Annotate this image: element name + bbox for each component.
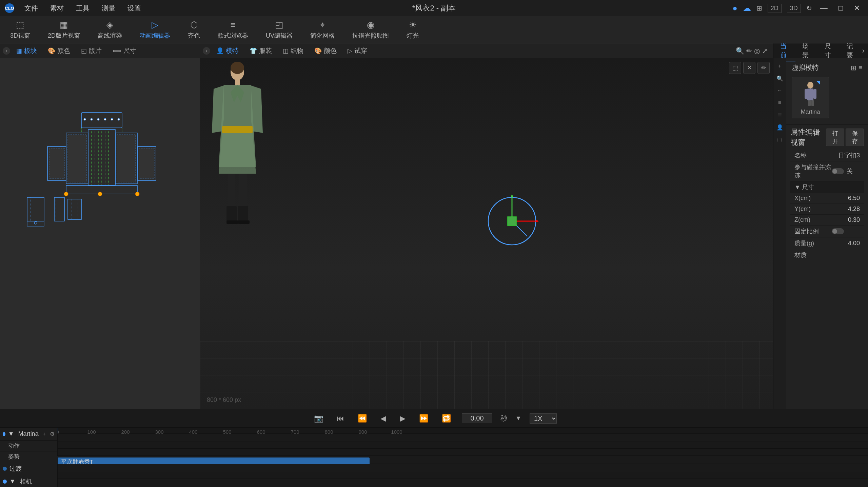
viewport-3d[interactable]: 800 * 600 px ⬚ ✕ ✏ [200,58,773,409]
toolbar-light[interactable]: ☀ 灯光 [403,18,422,41]
tab-color-left[interactable]: 🎨 颜色 [43,45,75,57]
toolbar-2d-panel[interactable]: ▦ 2D版片视窗 [44,18,83,41]
toolbar-simplify[interactable]: ⌖ 简化网格 [307,18,338,41]
prop-x-label: X(cm) [794,195,832,202]
maximize-btn[interactable]: □ [836,2,846,14]
viewport-edit-icon[interactable]: ✏ [746,47,752,55]
grid-view-icon[interactable]: ⊞ [756,4,762,12]
tab-try-on[interactable]: ▷ 试穿 [343,45,372,57]
sidebar-tool-arrow-left[interactable]: ← [775,85,785,96]
tab-size[interactable]: ⟺ 尺寸 [108,45,141,57]
svg-rect-15 [117,135,136,182]
toolbar-style-browser[interactable]: ≡ 款式浏览器 [214,18,252,41]
tl-loop-btn[interactable]: 🔁 [439,413,454,424]
prop-merge-toggle[interactable]: 关 [832,167,853,175]
tab-slice-label: 版片 [89,46,102,55]
ratio-switch[interactable] [832,228,844,234]
toolbar-animation[interactable]: ▷ 动画编辑器 [136,18,174,41]
sidebar-tab-notes[interactable]: 记要 [840,41,862,61]
model-card-martina[interactable]: Martina [792,77,829,118]
tl-speed-select[interactable]: 1X 0.5X 2X [530,413,557,424]
toolbar-lightmap[interactable]: ◉ 抗锯光照贴图 [349,18,392,41]
track-martina-expand[interactable]: ▼ [8,430,14,437]
tab-model[interactable]: 👤 模特 [212,45,243,57]
menu-tool[interactable]: 工具 [71,2,95,14]
viewport-target-icon[interactable]: ◎ [754,47,760,55]
tl-to-start-btn[interactable]: ⏮ [334,413,347,424]
transform-gizmo[interactable] [478,187,546,257]
sidebar-tool-box[interactable]: ⬚ [775,134,785,144]
playhead-cursor[interactable] [58,428,58,433]
sidebar-tool-lines2[interactable]: ≣ [775,110,785,120]
size-chevron: ▼ [794,184,801,191]
close-btn[interactable]: ✕ [851,2,863,14]
vm-list-view[interactable]: ≡ [859,64,863,72]
sidebar-tab-scene[interactable]: 场景 [795,41,817,61]
3d-mode-btn[interactable]: 3D [787,4,801,13]
viewport-expand-icon[interactable]: ⤢ [762,47,768,55]
svg-marker-54 [511,194,513,197]
model-name: Martina [801,109,820,115]
prop-z-value[interactable]: 0.30 [832,216,860,223]
tl-fwd-btn[interactable]: ⏩ [416,413,431,424]
tab-fabric[interactable]: ◫ 织物 [278,45,308,57]
menu-settings[interactable]: 设置 [122,2,146,14]
prop-z-row: Z(cm) 0.30 [790,215,864,226]
prop-mass-value[interactable]: 4.00 [832,240,860,247]
toolbar-highline[interactable]: ◈ 高线渲染 [94,18,125,41]
sidebar-tool-search[interactable]: 🔍 [775,73,785,83]
tl-camera-btn[interactable]: 📷 [311,413,326,424]
refresh-icon[interactable]: ↻ [806,4,812,12]
acc-open-btn[interactable]: 打开 [826,129,844,146]
minimize-btn[interactable]: — [817,2,830,14]
toolbar-uv-editor[interactable]: ◰ UV编辑器 [262,18,296,41]
tab-slice[interactable]: ◱ 版片 [76,45,106,57]
user-icon[interactable]: ● [732,3,737,13]
app-logo: CLO [3,1,16,15]
title-controls: ● ☁ ⊞ 2D 3D ↻ — □ ✕ [732,2,863,14]
left-panel-prev[interactable]: ‹ [3,47,10,55]
2d-mode-btn[interactable]: 2D [768,4,782,13]
vm-grid-view[interactable]: ⊞ [851,64,856,72]
sidebar-tool-lines[interactable]: ≡ [775,98,785,108]
sidebar-tool-add[interactable]: + [775,61,785,71]
merge-switch[interactable] [832,168,844,174]
menu-measure[interactable]: 测量 [96,2,121,14]
tab-pattern[interactable]: ▦ 板块 [12,45,42,57]
acc-save-btn[interactable]: 保存 [846,129,864,146]
right-panel-prev[interactable]: ‹ [203,47,210,55]
track-transition: 过渡 [0,462,57,475]
viewport-tool-3[interactable]: ✏ [757,62,770,74]
menu-file[interactable]: 文件 [19,2,43,14]
sidebar-tab-size[interactable]: 尺寸 [818,41,840,61]
track-martina-plus[interactable]: + [43,431,46,437]
prop-mass-row: 质量(g) 4.00 [790,237,864,249]
tab-color2-label: 颜色 [324,46,337,55]
toolbar-flatten[interactable]: ⬡ 齐色 [184,18,203,41]
viewport-tool-1[interactable]: ⬚ [729,62,741,74]
right-sidebar: 当前 场景 尺寸 记要 › + 🔍 ← ≡ ≣ 👤 ⬚ [773,43,868,409]
cloud-icon[interactable]: ☁ [743,3,751,13]
toolbar-3d-view[interactable]: ⬚ 3D视窗 [7,18,34,41]
tl-play-btn[interactable]: ▶ [397,413,408,424]
viewport-search-icon[interactable]: 🔍 [736,47,744,55]
tl-prev-btn[interactable]: ⏪ [355,413,370,424]
size-section-header[interactable]: ▼ 尺寸 [790,181,864,193]
sidebar-tool-person[interactable]: 👤 [775,122,785,132]
tab-color2[interactable]: 🎨 颜色 [310,45,341,57]
track-martina-settings[interactable]: ⚙ [50,431,55,437]
tab-model-label: 模特 [226,46,239,55]
prop-x-value[interactable]: 6.50 [832,195,860,202]
sidebar-collapse-btn[interactable]: › [862,46,868,55]
tl-play-back-btn[interactable]: ◀ [378,413,389,424]
viewport-tool-2[interactable]: ✕ [743,62,755,74]
sidebar-container: + 🔍 ← ≡ ≣ 👤 ⬚ 虚拟模特 [773,58,868,409]
track-camera-expand[interactable]: ▼ [9,478,16,485]
tl-time-input[interactable] [462,413,492,423]
svg-rect-46 [226,206,237,223]
prop-y-value[interactable]: 4.28 [832,206,860,213]
svg-text:CLO: CLO [5,6,14,11]
tab-garment[interactable]: 👕 服装 [245,45,277,57]
menu-material[interactable]: 素材 [45,2,69,14]
svg-rect-49 [238,220,250,224]
